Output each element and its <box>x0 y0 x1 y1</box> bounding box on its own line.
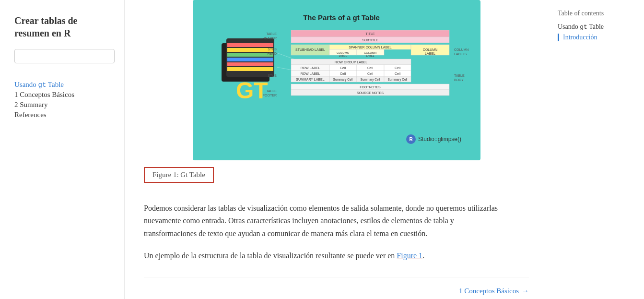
svg-rect-6 <box>227 48 273 52</box>
svg-text:Summary Cell: Summary Cell <box>360 78 380 82</box>
svg-text:ROW LABEL: ROW LABEL <box>300 72 320 75</box>
svg-text:COLUMN: COLUMN <box>422 48 437 51</box>
svg-text:Cell: Cell <box>367 72 373 75</box>
content-para-2: Un ejemplo de la estructura de la tabla … <box>144 250 508 262</box>
svg-text:Cell: Cell <box>367 66 373 70</box>
svg-text:COLUMN: COLUMN <box>454 48 468 51</box>
bottom-nav: 1 Conceptos Básicos → <box>144 277 529 299</box>
svg-text:LABEL: LABEL <box>366 54 374 57</box>
content-para-1: Podemos considerar las tablas de visuali… <box>144 202 508 240</box>
figure-caption: Figure 1: Gt Table <box>144 167 214 183</box>
toc-sidebar: Table of contents Usando gt Table Introd… <box>548 0 644 299</box>
svg-text:SOURCE NOTES: SOURCE NOTES <box>356 91 383 95</box>
svg-text:ROW GROUP LABEL: ROW GROUP LABEL <box>334 60 367 64</box>
svg-text:SPANNER COLUMN LABEL: SPANNER COLUMN LABEL <box>349 46 391 49</box>
gt-table-diagram: The Parts of a gt Table GT <box>202 10 480 149</box>
figure-caption-wrapper: Figure 1: Gt Table <box>144 167 529 192</box>
sidebar-item-summary[interactable]: 2 Summary <box>14 101 115 109</box>
svg-rect-7 <box>227 53 273 57</box>
svg-text:FOOTER: FOOTER <box>262 94 276 97</box>
svg-text:HEADER: HEADER <box>262 36 276 40</box>
svg-text:LABEL: LABEL <box>339 54 347 57</box>
svg-text:Cell: Cell <box>394 66 400 70</box>
svg-text:Cell: Cell <box>394 72 400 75</box>
sidebar-item-using-gt[interactable]: Usando gt Table <box>14 81 115 89</box>
svg-text:LABEL: LABEL <box>425 52 435 55</box>
content-body: Podemos considerar las tablas de visuali… <box>144 202 508 263</box>
toc-item-intro[interactable]: Introducción <box>558 34 634 41</box>
svg-text:ROW LABEL: ROW LABEL <box>300 66 320 70</box>
svg-text:LABELS: LABELS <box>454 52 467 56</box>
svg-text:FOOTNOTES: FOOTNOTES <box>360 85 381 89</box>
figure1-link[interactable]: Figure 1 <box>397 251 422 260</box>
svg-text:Summary Cell: Summary Cell <box>387 78 407 82</box>
svg-rect-10 <box>227 67 273 71</box>
svg-text:Cell: Cell <box>340 72 346 75</box>
next-arrow-icon: → <box>522 287 529 295</box>
svg-text:GT: GT <box>236 78 268 103</box>
figure-image: The Parts of a gt Table GT <box>193 0 480 160</box>
svg-text:BODY: BODY <box>454 78 464 82</box>
toc-title: Table of contents <box>558 10 634 17</box>
next-page-label: 1 Conceptos Básicos <box>459 287 519 295</box>
svg-text:Studio::glimpse(): Studio::glimpse() <box>418 136 461 143</box>
sidebar-item-references[interactable]: References <box>14 111 115 119</box>
next-page-link[interactable]: 1 Conceptos Básicos → <box>459 287 529 295</box>
svg-text:Cell: Cell <box>340 66 346 70</box>
main-content: The Parts of a gt Table GT <box>125 0 548 299</box>
sidebar-item-conceptos[interactable]: 1 Conceptos Básicos <box>14 91 115 99</box>
svg-rect-9 <box>227 62 273 66</box>
svg-text:R: R <box>409 137 413 142</box>
svg-text:TITLE: TITLE <box>365 32 375 36</box>
sidebar-title: Crear tablas de resumen en R <box>14 14 115 39</box>
svg-text:TABLE: TABLE <box>266 89 277 93</box>
svg-text:The Parts of a gt Table: The Parts of a gt Table <box>303 13 380 22</box>
svg-text:SUMMARY LABEL: SUMMARY LABEL <box>296 78 324 81</box>
toc-item-using[interactable]: Usando gt Table <box>558 23 634 31</box>
para2-prefix: Un ejemplo de la estructura de la tabla … <box>144 251 397 260</box>
svg-text:TABLE: TABLE <box>454 74 465 77</box>
svg-text:Summary Cell: Summary Cell <box>333 78 352 82</box>
search-wrapper <box>14 49 115 72</box>
svg-text:SUBTITLE: SUBTITLE <box>362 38 378 42</box>
svg-text:HEAD: HEAD <box>267 52 276 55</box>
svg-text:TABLE: TABLE <box>266 32 277 36</box>
svg-rect-8 <box>227 58 273 61</box>
svg-text:STUB: STUB <box>268 48 277 51</box>
svg-text:STUBHEAD LABEL: STUBHEAD LABEL <box>295 48 325 51</box>
svg-text:STUB: STUB <box>268 74 277 77</box>
search-input[interactable] <box>14 49 115 63</box>
left-sidebar: Crear tablas de resumen en R Usando gt T… <box>0 0 125 299</box>
svg-rect-5 <box>227 43 273 47</box>
para2-suffix: . <box>422 251 424 260</box>
